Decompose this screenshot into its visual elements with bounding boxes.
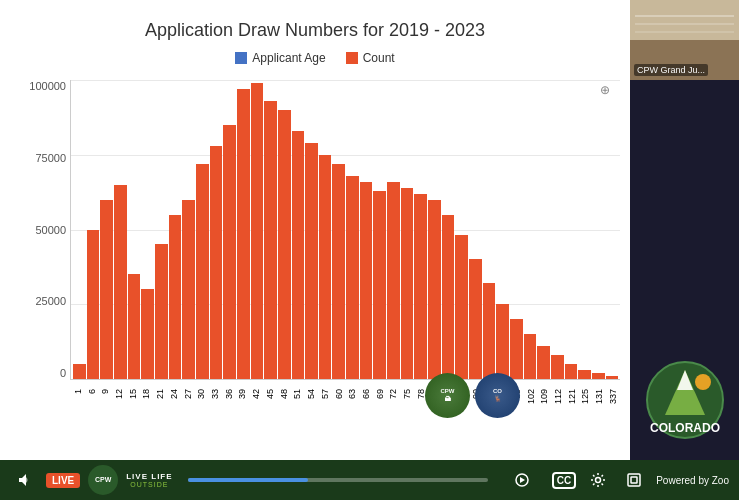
x-label-109: 109 <box>539 389 549 424</box>
bar-30 <box>469 259 482 379</box>
chart-area: Application Draw Numbers for 2019 - 2023… <box>0 0 630 460</box>
svg-text:COLORADO: COLORADO <box>650 421 720 435</box>
cc-button[interactable]: CC <box>552 472 576 489</box>
bar-10 <box>196 164 209 379</box>
x-label-6: 6 <box>87 389 97 424</box>
bar-15 <box>264 101 277 379</box>
bar-36 <box>551 355 564 379</box>
bar-39 <box>592 373 605 379</box>
x-label-72: 72 <box>388 389 398 424</box>
bar-28 <box>442 215 455 379</box>
play-icon <box>515 473 529 487</box>
legend-label-age: Applicant Age <box>252 51 325 65</box>
bar-18 <box>305 143 318 379</box>
svg-rect-9 <box>631 477 637 483</box>
bar-32 <box>496 304 509 379</box>
colorado-logo: COLORADO <box>645 360 725 440</box>
settings-icon <box>590 472 606 488</box>
x-label-337: 337 <box>608 389 618 424</box>
bar-5 <box>128 274 141 379</box>
bar-27 <box>428 200 441 379</box>
x-label-63: 63 <box>347 389 357 424</box>
svg-marker-6 <box>520 477 525 483</box>
x-label-24: 24 <box>169 389 179 424</box>
cpw-logo: CPW <box>88 465 118 495</box>
toolbar-center <box>183 466 542 494</box>
watermark-logos: CPW🏔 CO🦌 <box>425 373 520 418</box>
video-label: CPW Grand Ju... <box>634 64 708 76</box>
fullscreen-icon <box>626 472 642 488</box>
x-label-102: 102 <box>526 389 536 424</box>
x-label-18: 18 <box>141 389 151 424</box>
video-thumbnail[interactable]: CPW Grand Ju... <box>630 0 739 80</box>
bar-2 <box>87 230 100 380</box>
bar-25 <box>401 188 414 379</box>
x-label-121: 121 <box>567 389 577 424</box>
volume-button[interactable] <box>10 466 38 494</box>
watermark-co-text: CO🦌 <box>493 388 502 402</box>
x-label-12: 12 <box>114 389 124 424</box>
x-label-27: 27 <box>183 389 193 424</box>
y-label-3: 25000 <box>35 295 66 307</box>
y-label-0: 100000 <box>29 80 66 92</box>
x-label-1: 1 <box>73 389 83 424</box>
toolbar-right: CC Powered by Zoo <box>552 466 729 494</box>
bar-1 <box>73 364 86 379</box>
y-axis: 100000 75000 50000 25000 0 <box>6 80 66 379</box>
x-label-75: 75 <box>402 389 412 424</box>
bar-33 <box>510 319 523 379</box>
y-label-1: 75000 <box>35 152 66 164</box>
bar-14 <box>251 83 264 379</box>
y-label-2: 50000 <box>35 224 66 236</box>
chart-plot-area: 100000 75000 50000 25000 0 ⊕ <box>70 80 620 380</box>
x-label-39: 39 <box>237 389 247 424</box>
bar-12 <box>223 125 236 379</box>
bars-container <box>71 80 620 379</box>
x-label-9: 9 <box>100 389 110 424</box>
watermark-cpw: CPW🏔 <box>425 373 470 418</box>
legend-item-age: Applicant Age <box>235 51 325 65</box>
svg-rect-8 <box>628 474 640 486</box>
live-badge: LIVE <box>46 473 80 488</box>
bar-24 <box>387 182 400 379</box>
x-label-36: 36 <box>224 389 234 424</box>
cpw-logo-text: CPW <box>95 476 111 484</box>
bar-38 <box>578 370 591 379</box>
fullscreen-button[interactable] <box>620 466 648 494</box>
bar-21 <box>346 176 359 379</box>
bar-4 <box>114 185 127 379</box>
chart-legend: Applicant Age Count <box>10 51 620 65</box>
bar-34 <box>524 334 537 379</box>
bar-3 <box>100 200 113 379</box>
progress-bar[interactable] <box>188 478 488 482</box>
legend-color-count <box>346 52 358 64</box>
x-label-66: 66 <box>361 389 371 424</box>
bar-35 <box>537 346 550 379</box>
x-label-54: 54 <box>306 389 316 424</box>
watermark-cpw-text: CPW🏔 <box>441 388 455 402</box>
x-label-69: 69 <box>375 389 385 424</box>
x-label-48: 48 <box>279 389 289 424</box>
live-life-outside-logo: LIVE LIFE OUTSIDE <box>126 472 172 488</box>
x-label-51: 51 <box>292 389 302 424</box>
zoom-brand-text: Powered by Zoo <box>656 475 729 486</box>
x-label-21: 21 <box>155 389 165 424</box>
bar-17 <box>292 131 305 379</box>
bar-13 <box>237 89 250 379</box>
bar-9 <box>182 200 195 379</box>
x-label-45: 45 <box>265 389 275 424</box>
bar-31 <box>483 283 496 379</box>
legend-color-age <box>235 52 247 64</box>
side-panel: CPW Grand Ju... COLORADO <box>630 0 739 460</box>
x-label-125: 125 <box>580 389 590 424</box>
watermark-co: CO🦌 <box>475 373 520 418</box>
chart-title: Application Draw Numbers for 2019 - 2023 <box>10 20 620 41</box>
bar-26 <box>414 194 427 379</box>
settings-button[interactable] <box>584 466 612 494</box>
bar-7 <box>155 244 168 379</box>
play-pause-button[interactable] <box>508 466 536 494</box>
bar-6 <box>141 289 154 379</box>
side-dark-panel: COLORADO <box>630 80 739 460</box>
legend-label-count: Count <box>363 51 395 65</box>
bar-23 <box>373 191 386 379</box>
